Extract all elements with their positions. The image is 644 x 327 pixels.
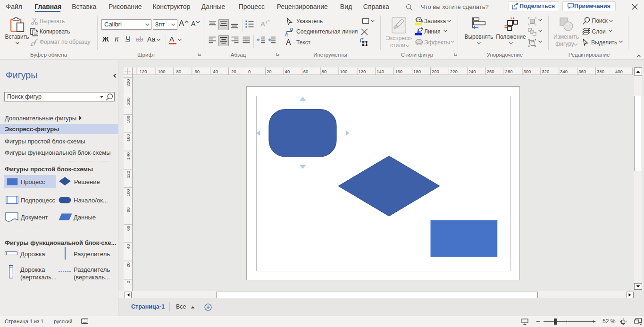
svg-text:20: 20 <box>267 69 272 74</box>
svg-text:-120: -120 <box>138 69 147 74</box>
svg-text:60: 60 <box>303 69 309 74</box>
svg-text:120: 120 <box>125 171 131 178</box>
svg-text:-80: -80 <box>175 69 181 74</box>
svg-text:200: 200 <box>125 98 131 105</box>
svg-text:180: 180 <box>413 69 421 74</box>
svg-text:40: 40 <box>125 244 131 249</box>
svg-text:140: 140 <box>376 69 384 74</box>
svg-text:120: 120 <box>358 69 366 74</box>
svg-text:240: 240 <box>468 69 476 74</box>
svg-text:180: 180 <box>125 116 131 123</box>
svg-text:-20: -20 <box>230 69 236 74</box>
svg-text:280: 280 <box>505 69 513 74</box>
svg-text:340: 340 <box>560 69 568 74</box>
svg-text:320: 320 <box>542 69 549 74</box>
svg-text:0: 0 <box>125 281 131 283</box>
svg-text:20: 20 <box>125 262 131 268</box>
svg-text:100: 100 <box>340 69 348 74</box>
svg-text:360: 360 <box>578 69 586 74</box>
svg-text:160: 160 <box>125 134 131 142</box>
svg-text:-60: -60 <box>193 69 200 74</box>
svg-text:-40: -40 <box>211 69 218 74</box>
svg-text:220: 220 <box>125 79 131 87</box>
svg-text:100: 100 <box>125 189 131 197</box>
svg-text:300: 300 <box>524 69 531 74</box>
svg-text:40: 40 <box>285 69 290 74</box>
svg-text:80: 80 <box>125 208 131 213</box>
svg-text:260: 260 <box>487 69 494 74</box>
svg-text:60: 60 <box>125 226 131 231</box>
svg-text:-100: -100 <box>157 69 166 74</box>
svg-text:80: 80 <box>322 69 327 74</box>
svg-text:160: 160 <box>395 69 402 74</box>
svg-text:380: 380 <box>597 69 604 74</box>
svg-text:200: 200 <box>432 69 439 74</box>
svg-text:400: 400 <box>615 69 623 74</box>
svg-text:140: 140 <box>125 152 131 160</box>
svg-text:220: 220 <box>450 69 458 74</box>
svg-text:0: 0 <box>248 69 251 74</box>
